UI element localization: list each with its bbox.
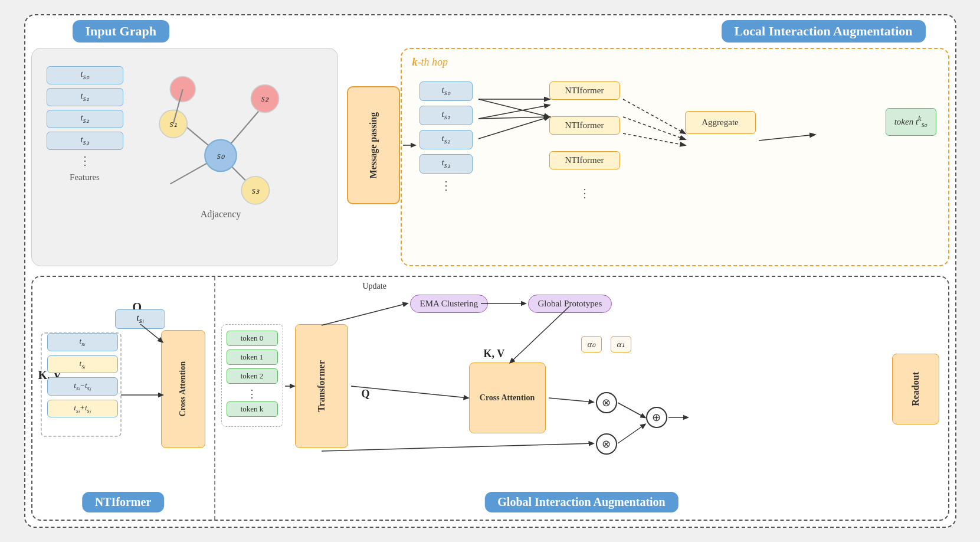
svg-line-22 bbox=[623, 133, 685, 145]
token-0: token 0 bbox=[227, 331, 278, 346]
features-caption: Features bbox=[47, 172, 123, 182]
nti-box-0: NTIformer bbox=[549, 81, 620, 100]
local-aug-label: Local Interaction Augmentation bbox=[722, 20, 926, 43]
svg-line-29 bbox=[510, 306, 569, 363]
message-passing-label: Message passing bbox=[368, 112, 379, 178]
aggregate-box: Aggregate bbox=[685, 111, 756, 134]
local-token-3: ts₃ bbox=[419, 154, 473, 174]
transformer-box: Transformer bbox=[295, 324, 348, 448]
nti-input-stack: tsᵢ tsⱼ tsᵢ−tsⱼ tsᵢ+tsⱼ bbox=[47, 333, 118, 422]
local-token-1: ts₁ bbox=[419, 106, 473, 125]
input-graph-label: Input Graph bbox=[73, 20, 169, 43]
svg-line-20 bbox=[623, 99, 685, 133]
local-token-0: ts₀ bbox=[419, 81, 473, 101]
ntiformer-section: NTIformer Q tsᵢ K, V tsᵢ tsⱼ tsᵢ−tsⱼ tsᵢ… bbox=[32, 277, 215, 520]
svg-line-18 bbox=[478, 99, 549, 117]
svg-text:Adjacency: Adjacency bbox=[200, 209, 241, 220]
token-list: token 0 token 1 token 2 ⋮ token k bbox=[221, 324, 283, 427]
svg-text:s₂: s₂ bbox=[261, 93, 268, 103]
nti-input-diff: tsᵢ−tsⱼ bbox=[47, 377, 118, 396]
global-prototypes-box: Global Prototypes bbox=[528, 295, 612, 313]
nti-box-1: NTIformer bbox=[549, 116, 620, 135]
token-2: token 2 bbox=[227, 368, 278, 384]
kth-hop-label: k-th hop bbox=[412, 56, 448, 68]
local-aug-box: k-th hop ts₀ ts₁ ts₂ ts₃ ⋮ NTIformer NTI… bbox=[401, 48, 949, 266]
alpha-0-box: α₀ bbox=[581, 336, 602, 352]
feature-token-2: ts₂ bbox=[47, 110, 123, 128]
alpha-1-box: α₁ bbox=[611, 336, 632, 352]
otimes-op-2: ⊗ bbox=[596, 433, 617, 455]
tsi-top-token: tsᵢ bbox=[115, 309, 165, 329]
adjacency-section: s₂ s₁ s₀ s₃ Adjacency bbox=[132, 60, 315, 231]
cross-attention-global: Cross Attention bbox=[469, 363, 546, 433]
token-1: token 1 bbox=[227, 350, 278, 365]
svg-text:s₃: s₃ bbox=[251, 185, 259, 195]
global-aug-label: Global Interaction Augmentation bbox=[484, 492, 678, 512]
svg-line-19 bbox=[478, 117, 549, 119]
svg-line-32 bbox=[618, 403, 645, 417]
svg-line-21 bbox=[623, 117, 685, 139]
ema-clustering-box: EMA Clustering bbox=[410, 295, 489, 313]
nti-column: NTIformer NTIformer NTIformer ⋮ bbox=[549, 81, 620, 200]
bottom-container: NTIformer Q tsᵢ K, V tsᵢ tsⱼ tsᵢ−tsⱼ tsᵢ… bbox=[31, 276, 949, 521]
main-diagram: Input Graph ts₀ ts₁ ts₂ ts₃ ⋮ Features s… bbox=[24, 14, 956, 528]
token-dots: ⋮ bbox=[227, 387, 278, 400]
input-graph-box: ts₀ ts₁ ts₂ ts₃ ⋮ Features s₂ s₁ bbox=[31, 48, 338, 266]
cross-attention-nti: Cross Attention bbox=[161, 330, 205, 448]
token-k: token k bbox=[227, 401, 278, 417]
cross-attention-global-label: Cross Attention bbox=[480, 393, 535, 403]
otimes-op-1: ⊗ bbox=[596, 392, 617, 413]
nti-box-2: NTIformer bbox=[549, 151, 620, 169]
svg-line-23 bbox=[759, 135, 815, 141]
oplus-op: ⊕ bbox=[646, 407, 667, 428]
svg-line-30 bbox=[549, 398, 593, 402]
local-token-2: ts₂ bbox=[419, 130, 473, 149]
features-section: ts₀ ts₁ ts₂ ts₃ ⋮ Features bbox=[47, 66, 123, 182]
readout-label: Readout bbox=[910, 372, 921, 406]
svg-line-16 bbox=[478, 105, 549, 119]
features-dots: ⋮ bbox=[47, 154, 123, 168]
kv-label-global: K, V bbox=[484, 348, 505, 360]
local-tokens: ts₀ ts₁ ts₂ ts₃ ⋮ bbox=[419, 81, 473, 192]
update-label: Update bbox=[363, 282, 386, 291]
nti-input-sum: tsᵢ+tsⱼ bbox=[47, 400, 118, 418]
feature-token-1: ts₁ bbox=[47, 88, 123, 106]
feature-token-3: ts₃ bbox=[47, 132, 123, 150]
adjacency-graph: s₂ s₁ s₀ s₃ Adjacency bbox=[132, 60, 309, 226]
feature-token-0: ts₀ bbox=[47, 66, 123, 84]
message-passing-box: Message passing bbox=[347, 86, 400, 204]
svg-line-31 bbox=[322, 443, 593, 451]
nti-input-tsi: tsᵢ bbox=[47, 333, 118, 351]
readout-box: Readout bbox=[892, 354, 939, 425]
global-aug-section: Global Interaction Augmentation Update E… bbox=[215, 277, 948, 520]
nti-input-tsj: tsⱼ bbox=[47, 355, 118, 374]
transformer-label: Transformer bbox=[316, 360, 327, 412]
svg-line-17 bbox=[478, 117, 549, 139]
cross-attention-nti-label: Cross Attention bbox=[178, 361, 188, 416]
ntiformer-label: NTIformer bbox=[82, 492, 165, 512]
token-result-box: token tks₀ bbox=[886, 108, 936, 136]
svg-text:s₀: s₀ bbox=[217, 151, 225, 161]
svg-line-33 bbox=[618, 425, 645, 443]
q-label-global: Q bbox=[362, 388, 370, 400]
local-aug-arrows bbox=[402, 49, 948, 265]
svg-line-35 bbox=[322, 303, 407, 325]
